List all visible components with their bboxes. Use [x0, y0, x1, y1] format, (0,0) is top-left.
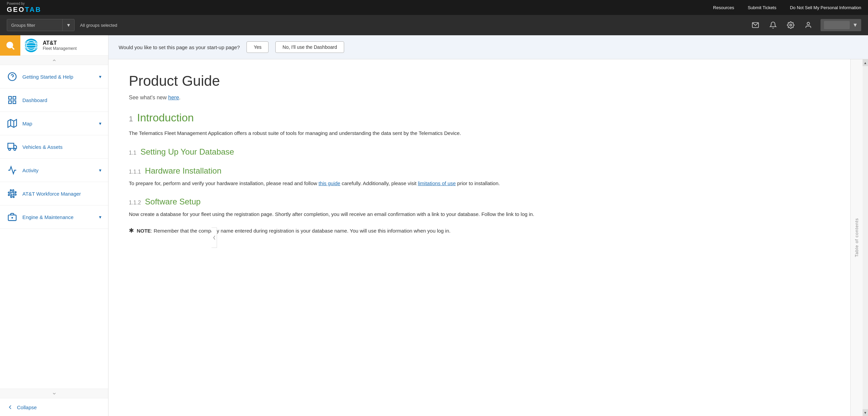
- startup-no-button[interactable]: No, I'll use the Dashboard: [275, 41, 344, 53]
- scroll-up-button[interactable]: ▲: [863, 59, 868, 66]
- sidebar-item-map[interactable]: Map ▾: [0, 112, 108, 135]
- sidebar-item-dashboard[interactable]: Dashboard: [0, 88, 108, 112]
- sidebar-scroll-up[interactable]: [0, 56, 108, 65]
- limitations-link[interactable]: limitations of use: [418, 180, 456, 186]
- section-1-1-2-heading: 1.1.2 Software Setup: [129, 197, 830, 206]
- svg-marker-16: [8, 119, 17, 127]
- chevron-down-icon: ▾: [99, 214, 101, 220]
- activity-icon: [7, 165, 18, 176]
- chevron-down-icon: ▾: [99, 167, 101, 173]
- svg-rect-15: [13, 101, 16, 103]
- scroll-down-button[interactable]: ▼: [863, 409, 868, 416]
- svg-rect-13: [13, 97, 16, 99]
- submit-tickets-link[interactable]: Submit Tickets: [748, 5, 776, 10]
- mail-icon[interactable]: [750, 20, 761, 31]
- topbar-right: Resources Submit Tickets Do Not Sell My …: [713, 5, 861, 10]
- search-button[interactable]: [0, 35, 20, 56]
- section-1-1-1-heading: 1.1.1 Hardware Installation: [129, 166, 830, 176]
- chevron-down-icon: ▾: [99, 121, 101, 126]
- secondbar-icons: ▼: [750, 19, 861, 31]
- note-body: : Remember that the company name entered…: [151, 228, 451, 234]
- topbar: Powered by GEOTAB Resources Submit Ticke…: [0, 0, 868, 15]
- sidebar-item-label: Engine & Maintenance: [22, 214, 94, 220]
- sidebar-item-label: Activity: [22, 167, 94, 173]
- sidebar-item-label: Getting Started & Help: [22, 74, 94, 80]
- svg-rect-19: [8, 143, 14, 148]
- svg-point-22: [14, 148, 16, 151]
- sidebar-item-engine[interactable]: Engine & Maintenance ▾: [0, 205, 108, 229]
- sidebar-collapse-toggle[interactable]: [212, 227, 217, 248]
- sidebar-collapse-button[interactable]: Collapse: [0, 398, 108, 416]
- svg-point-2: [807, 22, 809, 25]
- main-layout: AT&T Fleet Management Getting Started & …: [0, 35, 868, 416]
- startup-bar: Would you like to set this page as your …: [108, 35, 868, 59]
- engine-icon: [7, 212, 18, 222]
- settings-icon[interactable]: [785, 20, 796, 31]
- collapse-label: Collapse: [17, 404, 37, 410]
- groups-filter-chevron-icon[interactable]: ▼: [62, 19, 74, 31]
- right-scrollbar: ▲ ▼: [863, 59, 868, 416]
- see-whats-new-suffix: .: [179, 95, 180, 100]
- sidebar: AT&T Fleet Management Getting Started & …: [0, 35, 108, 416]
- sidebar-item-vehicles[interactable]: Vehicles & Assets: [0, 135, 108, 159]
- user-dropdown[interactable]: ▼: [821, 19, 861, 31]
- toc-label: Table of contents: [854, 218, 859, 257]
- here-link[interactable]: here: [168, 95, 179, 100]
- dashboard-icon: [7, 95, 18, 105]
- svg-rect-14: [9, 101, 12, 103]
- note-label: NOTE: [137, 228, 151, 234]
- page-title: Product Guide: [129, 73, 830, 89]
- sidebar-item-getting-started[interactable]: Getting Started & Help ▾: [0, 65, 108, 88]
- startup-yes-button[interactable]: Yes: [246, 41, 269, 53]
- logo-area: Powered by GEOTAB: [7, 2, 41, 14]
- resources-link[interactable]: Resources: [713, 5, 734, 10]
- powered-by-text: Powered by: [7, 2, 41, 5]
- do-not-sell-link[interactable]: Do Not Sell My Personal Information: [790, 5, 861, 10]
- svg-point-3: [7, 42, 13, 48]
- groups-selected-text: All groups selected: [80, 23, 117, 28]
- toc-sidebar[interactable]: Table of contents: [850, 59, 863, 416]
- svg-line-4: [12, 47, 14, 49]
- att-logo-icon: [24, 38, 39, 53]
- geotab-logo: GEOTAB: [7, 5, 41, 14]
- main-content: Product Guide See what's new here. 1 Int…: [108, 59, 850, 416]
- section-1-1-heading: 1.1 Setting Up Your Database: [129, 147, 830, 157]
- groups-filter-label: Groups filter: [7, 23, 62, 28]
- sidebar-item-label: Dashboard: [22, 97, 101, 103]
- secondbar: Groups filter ▼ All groups selected ▼: [0, 15, 868, 35]
- startup-question-text: Would you like to set this page as your …: [119, 44, 240, 50]
- section-1-1-title: Setting Up Your Database: [140, 147, 234, 157]
- sidebar-item-workforce[interactable]: AT&T Workforce Manager: [0, 182, 108, 205]
- sidebar-nav: Getting Started & Help ▾ Dashboard Map ▾: [0, 65, 108, 389]
- svg-marker-20: [14, 145, 17, 148]
- groups-filter-dropdown[interactable]: Groups filter ▼: [7, 19, 75, 31]
- section-1-title: Introduction: [137, 112, 194, 124]
- body-suffix: prior to installation.: [456, 180, 500, 186]
- help-icon: [7, 71, 18, 82]
- chevron-down-icon: ▾: [99, 74, 101, 79]
- this-guide-link[interactable]: this guide: [318, 180, 340, 186]
- body-middle: carefully. Additionally, please visit: [340, 180, 418, 186]
- see-whats-new: See what's new here.: [129, 95, 830, 101]
- section-1-body: The Telematics Fleet Management Applicat…: [129, 129, 830, 138]
- section-1-1-2-body: Now create a database for your fleet usi…: [129, 210, 830, 219]
- section-1-1-1-num: 1.1.1: [129, 169, 141, 175]
- brand-sub: Fleet Management: [43, 46, 77, 51]
- sidebar-item-label: Vehicles & Assets: [22, 144, 101, 150]
- svg-point-21: [9, 148, 11, 151]
- section-1-1-1-title: Hardware Installation: [145, 166, 221, 176]
- sidebar-item-label: AT&T Workforce Manager: [22, 191, 101, 197]
- section-1-1-2-num: 1.1.2: [129, 200, 141, 206]
- sidebar-scroll-down[interactable]: [0, 389, 108, 398]
- section-1-heading: 1 Introduction: [129, 112, 830, 124]
- section-1-1-2-title: Software Setup: [145, 197, 201, 206]
- see-whats-new-prefix: See what's new: [129, 95, 168, 100]
- sidebar-item-activity[interactable]: Activity ▾: [0, 159, 108, 182]
- user-icon[interactable]: [803, 20, 814, 31]
- workforce-icon: [7, 188, 18, 199]
- note-paragraph: ✱ NOTE: Remember that the company name e…: [129, 225, 830, 236]
- sidebar-item-label: Map: [22, 121, 94, 126]
- bell-icon[interactable]: [768, 20, 778, 31]
- svg-point-1: [790, 24, 792, 26]
- section-1-1-1-body: To prepare for, perform and verify your …: [129, 179, 830, 188]
